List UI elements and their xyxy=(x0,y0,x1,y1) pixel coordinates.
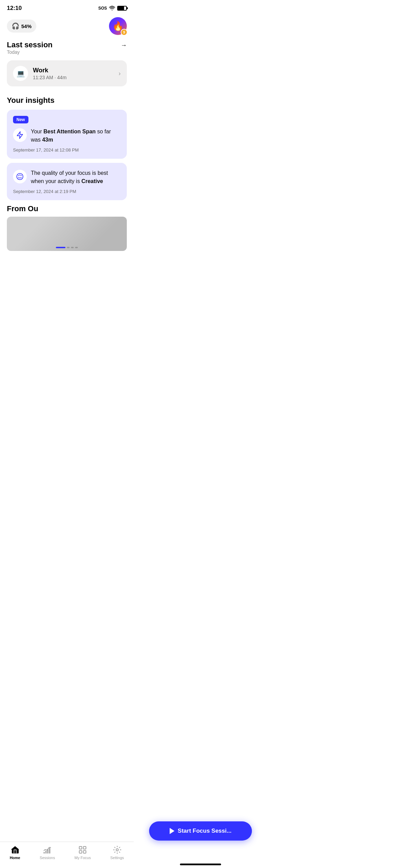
wifi-icon xyxy=(109,6,115,11)
app-header: 🎧 54% 🔥 9 xyxy=(0,14,134,40)
new-badge: New xyxy=(13,116,28,123)
headphone-percentage: 54% xyxy=(21,23,32,29)
tab-dot-2 xyxy=(71,247,74,248)
tab-dot-1 xyxy=(67,247,70,248)
sos-label: SOS xyxy=(98,6,107,11)
status-time: 12:10 xyxy=(7,5,22,12)
svg-point-3 xyxy=(20,174,21,176)
session-time: 11:23 AM · 44m xyxy=(33,75,66,80)
lightning-icon xyxy=(16,131,23,139)
session-left: 💻 Work 11:23 AM · 44m xyxy=(13,66,66,81)
from-section: From Ou xyxy=(7,204,127,251)
from-image xyxy=(7,217,127,251)
last-session-title: Last session xyxy=(7,40,52,49)
lightning-icon-wrap xyxy=(13,128,27,142)
tab-dot-active xyxy=(56,247,65,248)
avatar-wrapper[interactable]: 🔥 9 xyxy=(109,17,127,35)
session-info: Work 11:23 AM · 44m xyxy=(33,67,66,80)
session-card-arrow: › xyxy=(119,70,121,77)
insights-title: Your insights xyxy=(7,96,127,105)
insight-date-1: September 17, 2024 at 12:08 PM xyxy=(13,147,121,153)
svg-point-1 xyxy=(17,173,23,180)
last-session-subtitle: Today xyxy=(7,49,52,55)
svg-point-0 xyxy=(112,10,112,10)
insight-body-2: The quality of your focus is best when y… xyxy=(13,169,121,185)
tab-dot-3 xyxy=(75,247,78,248)
session-icon-wrap: 💻 xyxy=(13,66,28,81)
battery-icon xyxy=(117,6,127,11)
session-name: Work xyxy=(33,67,66,74)
insight-card-2[interactable]: The quality of your focus is best when y… xyxy=(7,163,127,200)
last-session-title-group: Last session Today xyxy=(7,40,52,59)
session-card[interactable]: 💻 Work 11:23 AM · 44m › xyxy=(7,60,127,86)
from-title: From Ou xyxy=(7,204,127,213)
palette-icon-wrap xyxy=(13,170,27,183)
status-bar: 12:10 SOS xyxy=(0,0,134,14)
work-icon: 💻 xyxy=(16,69,25,77)
insight-card-1[interactable]: New Your Best Attention Span so far was … xyxy=(7,110,127,159)
svg-point-2 xyxy=(18,175,19,176)
avatar-badge: 9 xyxy=(121,29,127,36)
last-session-header: Last session Today → xyxy=(7,40,127,59)
status-icons: SOS xyxy=(98,6,127,11)
last-session-arrow[interactable]: → xyxy=(121,42,127,49)
svg-point-4 xyxy=(21,175,22,176)
main-content: Last session Today → 💻 Work 11:23 AM · 4… xyxy=(0,40,134,251)
insight-text-1: Your Best Attention Span so far was 43m xyxy=(31,128,121,144)
tab-indicator xyxy=(56,247,78,248)
headphone-badge[interactable]: 🎧 54% xyxy=(7,20,36,33)
insight-date-2: September 12, 2024 at 2:19 PM xyxy=(13,189,121,194)
insight-body-1: Your Best Attention Span so far was 43m xyxy=(13,128,121,144)
insight-text-2: The quality of your focus is best when y… xyxy=(31,169,121,185)
headphone-icon: 🎧 xyxy=(12,22,19,30)
palette-icon xyxy=(16,173,24,180)
